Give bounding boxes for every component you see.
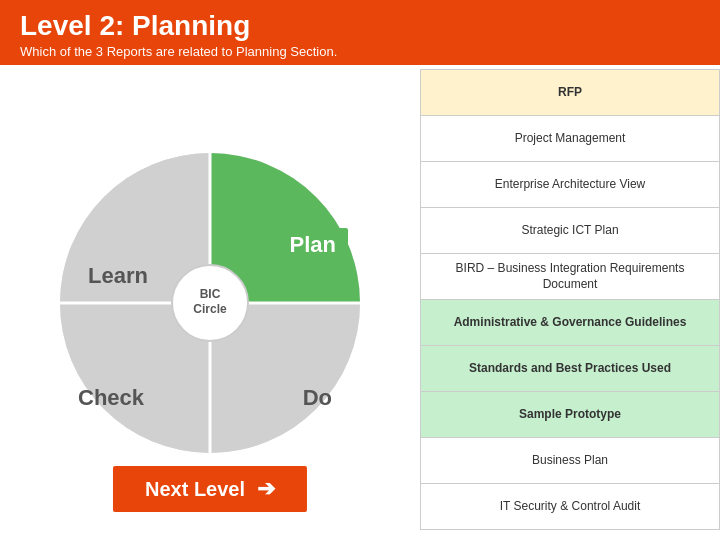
next-level-label: Next Level (145, 478, 245, 501)
circle-container: Learn Plan Check Do BIC Circle (50, 143, 370, 463)
list-item-project-management[interactable]: Project Management (420, 116, 720, 162)
list-item-it-security[interactable]: IT Security & Control Audit (420, 484, 720, 530)
reports-list-panel: RFPProject ManagementEnterprise Architec… (420, 65, 720, 530)
list-item-standards[interactable]: Standards and Best Practices Used (420, 346, 720, 392)
list-item-enterprise-architecture[interactable]: Enterprise Architecture View (420, 162, 720, 208)
list-item-admin-governance[interactable]: Administrative & Governance Guidelines (420, 300, 720, 346)
main-content: Learn Plan Check Do BIC Circle Next Leve… (0, 65, 720, 530)
do-label: Do (303, 385, 332, 411)
learn-label: Learn (88, 263, 148, 289)
list-item-sample-prototype[interactable]: Sample Prototype (420, 392, 720, 438)
check-label: Check (78, 385, 144, 411)
list-item-business-plan[interactable]: Business Plan (420, 438, 720, 484)
circle-diagram-panel: Learn Plan Check Do BIC Circle Next Leve… (0, 65, 420, 530)
bic-center-label: BIC Circle (193, 287, 226, 318)
next-level-arrow-icon: ➔ (257, 476, 275, 502)
list-item-bird[interactable]: BIRD – Business Integration Requirements… (420, 254, 720, 300)
plan-label: Plan (278, 228, 348, 262)
list-item-strategic-ict[interactable]: Strategic ICT Plan (420, 208, 720, 254)
page-subtitle: Which of the 3 Reports are related to Pl… (20, 44, 700, 59)
next-level-button[interactable]: Next Level ➔ (113, 466, 307, 512)
header: Level 2: Planning Which of the 3 Reports… (0, 0, 720, 65)
list-item-rfp[interactable]: RFP (420, 69, 720, 116)
page-title: Level 2: Planning (20, 10, 700, 42)
